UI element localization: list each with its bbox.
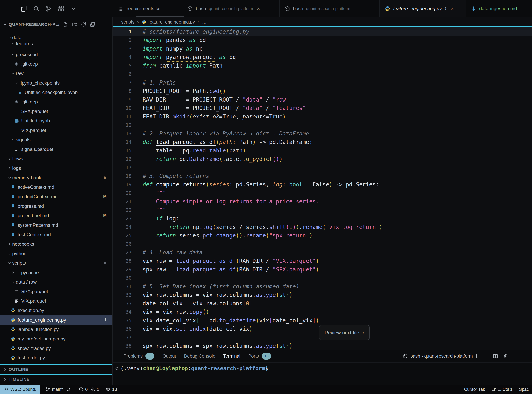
new-terminal-icon[interactable] bbox=[474, 353, 480, 359]
tree-item-activecontext-md[interactable]: activeContext.md bbox=[0, 182, 113, 192]
tree-item-processed[interactable]: processed bbox=[0, 50, 113, 59]
line-number: 1 bbox=[113, 27, 131, 36]
chevron-down-icon bbox=[11, 138, 16, 142]
activity-search[interactable] bbox=[33, 5, 40, 12]
tree-item-logs[interactable]: logs bbox=[0, 164, 113, 173]
tree-item-scripts[interactable]: scripts bbox=[0, 258, 113, 268]
indentation[interactable]: Spac bbox=[516, 385, 532, 394]
tree-item-lambda-function-py[interactable]: lambda_function.py bbox=[0, 325, 113, 334]
tree-item-untitled-ipynb[interactable]: Untitled.ipynb bbox=[0, 116, 113, 126]
panel-tab-ports[interactable]: Ports13 bbox=[248, 353, 271, 360]
panel-tab-debug-console[interactable]: Debug Console bbox=[184, 353, 215, 359]
tree-item-label: .ipynb_checkpoints bbox=[19, 80, 60, 86]
tree-item-gitkeep[interactable]: .gitkeep bbox=[0, 97, 113, 107]
tab-data-ingestion-md[interactable]: data-ingestion.md bbox=[466, 0, 532, 17]
tree-item-my-prefect-scraper-py[interactable]: my_prefect_scraper.py bbox=[0, 334, 113, 344]
tree-item-techcontext-md[interactable]: techContext.md bbox=[0, 230, 113, 239]
split-terminal-icon[interactable] bbox=[492, 353, 498, 359]
tree-item-show-trades-py[interactable]: show_trades.py bbox=[0, 344, 113, 353]
review-next-file-button[interactable]: Review next file › bbox=[319, 325, 370, 340]
activity-more[interactable] bbox=[70, 5, 78, 12]
tree-item-python[interactable]: python bbox=[0, 249, 113, 258]
chevron-down-icon bbox=[11, 72, 16, 75]
tree-item-projectbrief-md[interactable]: projectbrief.mdM bbox=[0, 211, 113, 220]
tree-item-vix-parquet[interactable]: VIX.parquet bbox=[0, 296, 113, 306]
sidebar-section-timeline[interactable]: TIMELINE bbox=[0, 374, 113, 384]
code-text: """ bbox=[143, 189, 166, 197]
activity-extensions[interactable] bbox=[57, 5, 65, 12]
python-file-icon bbox=[11, 327, 16, 332]
git-branch-status[interactable]: main* bbox=[42, 385, 75, 394]
breadcrumb-item-feature-engineering-py[interactable]: feature_engineering.py bbox=[142, 19, 195, 25]
ports-status[interactable]: 13 bbox=[103, 385, 120, 394]
refresh-icon[interactable] bbox=[81, 21, 87, 27]
terminal[interactable]: (.venv) chan@Loylaptop:quant-research-pl… bbox=[113, 363, 532, 385]
panel-tab-terminal[interactable]: Terminal bbox=[223, 353, 240, 359]
tree-item-raw[interactable]: raw bbox=[0, 69, 113, 78]
terminal-instance-label[interactable]: bash - quant-research-platform bbox=[402, 350, 473, 363]
command-marker-icon bbox=[115, 367, 119, 370]
code-text: # 2. Parquet loader via PyArrow → dict →… bbox=[143, 129, 309, 138]
tree-item-notebooks[interactable]: notebooks bbox=[0, 239, 113, 249]
remote-indicator[interactable]: WSL: Ubuntu bbox=[0, 385, 40, 394]
panel-tab-problems[interactable]: Problems1 bbox=[124, 353, 155, 360]
sidebar-section-outline[interactable]: OUTLINE bbox=[0, 364, 113, 374]
review-next-file-label: Review next file bbox=[325, 330, 359, 336]
problems-status[interactable]: 01 bbox=[75, 385, 103, 394]
tree-item-features[interactable]: features bbox=[0, 42, 113, 50]
tab-requirements-txt[interactable]: requirements.txt bbox=[113, 0, 182, 17]
panel-tab-output[interactable]: Output bbox=[162, 353, 176, 359]
code-text: # scripts/feature_engineering.py bbox=[143, 27, 249, 36]
tree-item-data-raw[interactable]: data / raw bbox=[0, 277, 113, 287]
explorer-header[interactable]: QUANT-RESEARCH-PLA... bbox=[0, 19, 113, 30]
cursor-tab[interactable]: Cursor Tab bbox=[461, 385, 488, 394]
tree-item-productcontext-md[interactable]: productContext.mdM bbox=[0, 192, 113, 202]
tab-strip-scrollbar[interactable] bbox=[136, 16, 184, 17]
breadcrumb-item-scripts[interactable]: scripts bbox=[121, 19, 134, 25]
tree-item-label: data / raw bbox=[16, 279, 37, 285]
tab-feature-engineering-py[interactable]: feature_engineering.py1× bbox=[380, 0, 466, 17]
chevron-right-icon: › bbox=[362, 329, 364, 336]
close-icon[interactable]: × bbox=[450, 6, 454, 11]
chevron-right-icon bbox=[2, 368, 7, 372]
tree-item-data[interactable]: data bbox=[0, 33, 113, 42]
collapse-all-icon[interactable] bbox=[90, 21, 96, 27]
tree-item-pycache[interactable]: __pycache__ bbox=[0, 268, 113, 277]
tree-item-spx-parquet[interactable]: SPX.parquet bbox=[0, 287, 113, 296]
tree-item-ipynb-checkpoints[interactable]: .ipynb_checkpoints bbox=[0, 78, 113, 88]
new-file-icon[interactable] bbox=[63, 21, 68, 27]
tab-bash-1[interactable]: bashquant-research-platform× bbox=[182, 0, 280, 17]
code-editor[interactable]: 1# scripts/feature_engineering.py2import… bbox=[113, 27, 532, 350]
activity-source-control[interactable] bbox=[45, 5, 52, 12]
tree-item-execution-py[interactable]: execution.py bbox=[0, 306, 113, 315]
tree-item-feature-engineering-py[interactable]: feature_engineering.py1 bbox=[0, 315, 113, 325]
close-icon[interactable]: × bbox=[257, 6, 260, 11]
code-line-23: 23 if log: bbox=[113, 214, 532, 223]
tree-item-memory-bank[interactable]: memory-bank bbox=[0, 173, 113, 182]
tree-item-signals-parquet[interactable]: signals.parquet bbox=[0, 145, 113, 154]
python-file-icon bbox=[142, 20, 146, 24]
terminal-picker-icon[interactable] bbox=[484, 354, 488, 358]
chevron-down-icon bbox=[14, 81, 19, 85]
tree-item-test-order-py[interactable]: test_order.py bbox=[0, 353, 113, 363]
tree-item-systempatterns-md[interactable]: systemPatterns.md bbox=[0, 220, 113, 230]
line-number: 10 bbox=[113, 104, 131, 112]
panel-tab-badge: 1 bbox=[145, 353, 155, 360]
tree-item-flows[interactable]: flows bbox=[0, 154, 113, 164]
code-text: # 5. Set Date index (first column assume… bbox=[143, 282, 299, 291]
tree-item-signals[interactable]: signals bbox=[0, 135, 113, 145]
file-tree: datafeaturesprocessed.gitkeepraw.ipynb_c… bbox=[0, 33, 113, 363]
tree-item-gitkeep[interactable]: .gitkeep bbox=[0, 59, 113, 69]
cursor-position[interactable]: Ln 1, Col 1 bbox=[488, 385, 516, 394]
tab-bash-2[interactable]: bashquant-research-platform bbox=[280, 0, 380, 17]
tree-item-label: SPX.parquet bbox=[21, 109, 48, 114]
tree-item-spx-parquet[interactable]: SPX.parquet bbox=[0, 107, 113, 116]
tree-item-untitled-checkpoint-ipynb[interactable]: Untitled-checkpoint.ipynb bbox=[0, 88, 113, 97]
activity-explorer[interactable] bbox=[20, 5, 28, 12]
git-file-icon bbox=[14, 62, 19, 66]
tree-item-progress-md[interactable]: progress.md bbox=[0, 202, 113, 211]
tree-item-vix-parquet[interactable]: VIX.parquet bbox=[0, 126, 113, 135]
kill-terminal-icon[interactable] bbox=[503, 353, 509, 359]
new-folder-icon[interactable] bbox=[72, 21, 78, 27]
breadcrumb-item-[interactable]: … bbox=[202, 19, 207, 25]
